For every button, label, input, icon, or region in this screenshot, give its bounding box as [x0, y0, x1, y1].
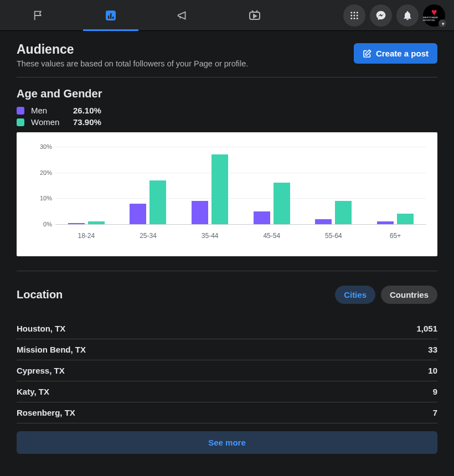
x-tick-label: 55-64	[312, 232, 355, 240]
location-name: Rosenberg, TX	[17, 408, 75, 417]
toggle-countries[interactable]: Countries	[381, 286, 437, 304]
nav-tab-video[interactable]	[238, 0, 271, 31]
svg-rect-1	[108, 15, 110, 19]
x-tick-label: 45-54	[250, 232, 293, 240]
bar	[192, 201, 208, 224]
bar	[211, 154, 228, 224]
y-tick-label: 10%	[35, 195, 52, 201]
bar-group	[65, 221, 108, 224]
create-post-button[interactable]: Create a post	[354, 43, 437, 64]
messenger-icon	[375, 10, 386, 21]
bar	[335, 201, 352, 224]
location-value: 33	[428, 345, 437, 354]
chart-bars	[55, 147, 426, 224]
svg-point-7	[357, 12, 358, 13]
legend-value-women: 73.90%	[73, 117, 101, 127]
bar	[254, 211, 270, 224]
legend-label-men: Men	[31, 106, 66, 115]
location-header: Location Cities Countries	[17, 271, 437, 304]
bar-group	[374, 214, 417, 224]
location-value: 9	[433, 387, 437, 396]
bar	[377, 221, 394, 224]
y-tick-label: 0%	[35, 221, 52, 227]
top-nav: ♥ WESTCHASE HOUSTON ▾	[0, 0, 454, 31]
nav-tab-insights[interactable]	[94, 0, 127, 31]
location-title: Location	[17, 288, 63, 301]
location-row: Mission Bend, TX33	[17, 339, 437, 360]
page-subtitle: These values are based on total follower…	[17, 59, 248, 68]
header-titles: Audience These values are based on total…	[17, 42, 248, 68]
legend-label-women: Women	[31, 117, 66, 127]
x-tick-label: 25-34	[126, 232, 169, 240]
video-icon	[248, 9, 261, 22]
bar	[68, 223, 85, 224]
toggle-cities[interactable]: Cities	[335, 286, 375, 304]
bar-group	[126, 180, 169, 224]
create-post-label: Create a post	[376, 49, 429, 58]
location-row: Rosenberg, TX7	[17, 402, 437, 423]
x-tick-label: 18-24	[65, 232, 108, 240]
svg-point-8	[350, 14, 352, 16]
bar	[88, 221, 105, 224]
bar-group	[250, 183, 293, 224]
megaphone-icon	[177, 9, 189, 22]
chart-x-labels: 18-2425-3435-4445-5455-6465+	[55, 232, 426, 240]
bar	[274, 183, 290, 224]
audience-header: Audience These values are based on total…	[17, 42, 437, 77]
location-row: Katy, TX9	[17, 381, 437, 402]
y-tick-label: 30%	[35, 143, 52, 150]
location-name: Cypress, TX	[17, 366, 65, 375]
nav-tab-flag[interactable]	[22, 0, 55, 31]
edit-icon	[363, 49, 372, 58]
nav-tab-announcements[interactable]	[166, 0, 199, 31]
bar-group	[312, 201, 355, 224]
age-gender-chart: 0%10%20%30% 18-2425-3435-4445-5455-6465+	[17, 132, 437, 256]
bell-icon	[402, 10, 413, 21]
page-title: Audience	[17, 42, 248, 57]
svg-point-11	[350, 17, 352, 19]
x-tick-label: 35-44	[188, 232, 231, 240]
menu-button[interactable]	[343, 4, 365, 27]
chart-legend: Men 26.10% Women 73.90%	[17, 106, 437, 127]
svg-rect-3	[112, 17, 114, 19]
location-value: 1,051	[416, 324, 437, 333]
legend-value-men: 26.10%	[73, 106, 101, 115]
messenger-button[interactable]	[370, 4, 392, 27]
location-row: Houston, TX1,051	[17, 318, 437, 339]
chevron-down-icon: ▾	[442, 21, 445, 27]
legend-row-men: Men 26.10%	[17, 106, 437, 115]
age-gender-title: Age and Gender	[17, 87, 437, 100]
svg-point-6	[354, 12, 355, 13]
location-name: Mission Bend, TX	[17, 345, 86, 354]
nav-tabs	[9, 0, 271, 31]
content: Audience These values are based on total…	[0, 31, 454, 454]
see-more-button[interactable]: See more	[17, 431, 437, 454]
bar	[149, 180, 166, 224]
svg-point-10	[357, 14, 358, 16]
location-row: Cypress, TX10	[17, 360, 437, 381]
nav-actions: ♥ WESTCHASE HOUSTON ▾	[343, 4, 445, 27]
location-value: 10	[428, 366, 437, 375]
svg-point-9	[354, 14, 355, 16]
swatch-women	[17, 118, 24, 126]
swatch-men	[17, 107, 24, 115]
legend-row-women: Women 73.90%	[17, 117, 437, 127]
location-toggle: Cities Countries	[335, 286, 437, 304]
svg-point-13	[357, 17, 358, 19]
bar-group	[188, 154, 231, 224]
bar	[315, 219, 332, 224]
bar	[130, 204, 146, 224]
location-name: Katy, TX	[17, 387, 49, 396]
svg-rect-2	[110, 13, 112, 19]
bar	[397, 214, 414, 224]
location-list: Houston, TX1,051Mission Bend, TX33Cypres…	[17, 318, 437, 423]
account-avatar[interactable]: ♥ WESTCHASE HOUSTON ▾	[423, 4, 445, 27]
grid-icon	[349, 11, 359, 20]
svg-point-12	[354, 17, 355, 19]
notifications-button[interactable]	[396, 4, 419, 27]
svg-point-5	[350, 12, 352, 13]
location-value: 7	[433, 408, 437, 417]
x-tick-label: 65+	[374, 232, 417, 240]
insights-icon	[104, 9, 117, 22]
flag-icon	[33, 9, 45, 22]
